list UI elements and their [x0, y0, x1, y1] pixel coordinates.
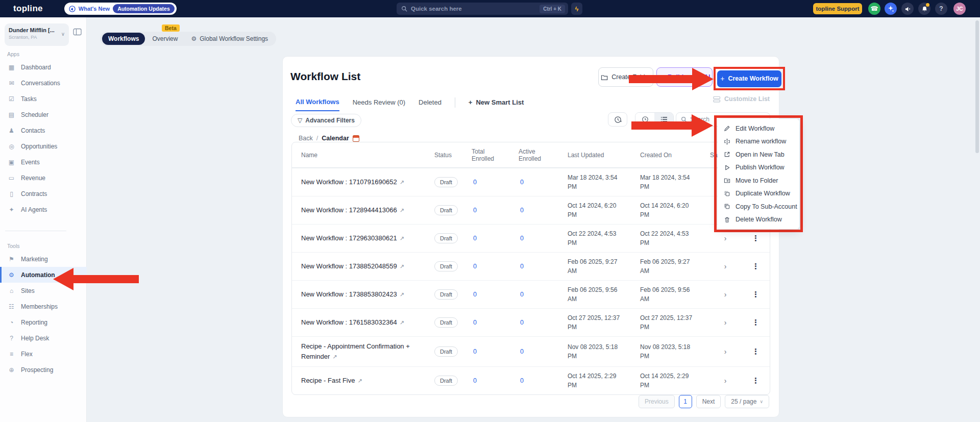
row-kebab-menu-button[interactable]: ⋮	[741, 347, 770, 356]
active-enrolled-link[interactable]: 0	[519, 235, 568, 242]
workflow-name-cell[interactable]: Recipe - Appointment Confirmation + Remi…	[292, 337, 434, 366]
row-expand-chevron[interactable]: ›	[710, 377, 741, 385]
active-enrolled-link[interactable]: 0	[519, 377, 568, 384]
menu-item-copy-to-subaccount[interactable]: Copy To Sub-Account	[718, 200, 799, 213]
ai-assistant-button[interactable]	[885, 3, 897, 15]
sidebar-item-scheduler[interactable]: ▤ Scheduler	[0, 107, 87, 122]
quick-actions-bolt-button[interactable]: ϟ	[571, 3, 582, 15]
sidebar-item-prospecting[interactable]: ⊕ Prospecting	[0, 362, 87, 378]
help-button[interactable]: ?	[935, 3, 947, 15]
notifications-button[interactable]	[918, 3, 930, 15]
workflow-name-cell[interactable]: New Workflow : 1761583032364↗	[292, 313, 434, 332]
active-enrolled-link[interactable]: 0	[519, 291, 568, 298]
external-link-icon[interactable]: ↗	[400, 263, 404, 269]
tab-needs-review[interactable]: Needs Review (0)	[353, 98, 405, 111]
whats-new-button[interactable]: What's New Automation Updates	[64, 3, 177, 15]
sidebar-item-dashboard[interactable]: ▦ Dashboard	[0, 59, 87, 75]
total-enrolled-link[interactable]: 0	[472, 348, 519, 355]
row-expand-chevron[interactable]: ›	[710, 234, 741, 242]
sidebar-item-flex[interactable]: ≡ Flex	[0, 346, 87, 362]
total-enrolled-link[interactable]: 0	[472, 377, 519, 384]
menu-item-edit-workflow[interactable]: Edit Workflow	[718, 122, 799, 135]
external-link-icon[interactable]: ↗	[400, 291, 404, 297]
external-link-icon[interactable]: ↗	[400, 235, 404, 241]
row-kebab-menu-button[interactable]: ⋮	[741, 262, 770, 271]
phone-button[interactable]: ☎	[868, 3, 880, 15]
enrollment-history-button[interactable]	[608, 112, 627, 127]
workflow-name-cell[interactable]: New Workflow : 1710791690652↗	[292, 172, 434, 192]
tab-all-workflows[interactable]: All Workflows	[296, 98, 339, 111]
menu-item-rename-workflow[interactable]: Rename workflow	[718, 135, 799, 148]
row-expand-chevron[interactable]: ›	[710, 318, 741, 327]
external-link-icon[interactable]: ↗	[400, 179, 404, 185]
advanced-filters-button[interactable]: ▽ Advanced Filters	[291, 114, 361, 127]
external-link-icon[interactable]: ↗	[357, 378, 362, 384]
menu-item-move-to-folder[interactable]: Move to Folder	[718, 174, 799, 187]
total-enrolled-link[interactable]: 0	[472, 319, 519, 326]
customize-list-button[interactable]: Customize List	[713, 95, 770, 103]
sidebar-item-memberships[interactable]: ☷ Memberships	[0, 299, 87, 314]
create-workflow-button[interactable]: + Create Workflow	[717, 70, 781, 87]
tab-overview[interactable]: Overview	[146, 33, 184, 45]
active-enrolled-link[interactable]: 0	[519, 348, 568, 355]
menu-item-delete-workflow[interactable]: Delete Workflow	[718, 213, 799, 227]
announcements-button[interactable]	[901, 3, 914, 15]
external-link-icon[interactable]: ↗	[400, 319, 404, 326]
menu-item-publish-workflow[interactable]: Publish Workflow	[718, 161, 799, 175]
sidebar-item-opportunities[interactable]: ◎ Opportunities	[0, 138, 87, 154]
external-link-icon[interactable]: ↗	[400, 207, 404, 213]
active-enrolled-link[interactable]: 0	[519, 319, 568, 326]
workflow-name-cell[interactable]: New Workflow : 1728944413066↗	[292, 201, 434, 220]
page-number-button[interactable]: 1	[679, 395, 692, 408]
total-enrolled-link[interactable]: 0	[472, 235, 519, 242]
next-page-button[interactable]: Next	[696, 395, 721, 408]
active-enrolled-link[interactable]: 0	[519, 263, 568, 270]
sidebar-item-contacts[interactable]: ♟ Contacts	[0, 122, 87, 138]
row-kebab-menu-button[interactable]: ⋮	[741, 290, 770, 299]
total-enrolled-link[interactable]: 0	[472, 179, 519, 186]
sidebar-item-contracts[interactable]: ▯ Contracts	[0, 186, 87, 202]
workflow-name-cell[interactable]: New Workflow : 1738853802423↗	[292, 285, 434, 304]
external-link-icon[interactable]: ↗	[332, 354, 337, 360]
sidebar-item-marketing[interactable]: ⚑ Marketing	[0, 251, 87, 267]
sidebar-item-tasks[interactable]: ☑ Tasks	[0, 91, 87, 107]
row-expand-chevron[interactable]: ›	[710, 262, 741, 270]
breadcrumb-back[interactable]: Back	[299, 135, 313, 142]
quick-search-input[interactable]	[411, 6, 540, 12]
active-enrolled-link[interactable]: 0	[519, 207, 568, 214]
workflow-name-cell[interactable]: New Workflow : 1729630380621↗	[292, 229, 434, 248]
active-enrolled-link[interactable]: 0	[519, 179, 568, 186]
total-enrolled-link[interactable]: 0	[472, 207, 519, 214]
sidebar-item-conversations[interactable]: ✉ Conversations	[0, 75, 87, 91]
quick-search-box[interactable]: Ctrl + K	[397, 3, 568, 15]
row-kebab-menu-button[interactable]: ⋮	[741, 376, 770, 385]
sidebar-item-help-desk[interactable]: ? Help Desk	[0, 330, 87, 346]
menu-item-duplicate-workflow[interactable]: Duplicate Workflow	[718, 187, 799, 201]
tab-workflows[interactable]: Workflows	[102, 33, 145, 45]
sidebar-item-reporting[interactable]: ◔ Reporting	[0, 314, 87, 330]
support-button[interactable]: topline Support	[813, 3, 862, 14]
collapse-sidebar-button[interactable]	[73, 28, 82, 36]
sidebar-item-ai-agents[interactable]: ✦ AI Agents	[0, 202, 87, 217]
sidebar-item-events[interactable]: ▣ Events	[0, 154, 87, 170]
sidebar-item-revenue[interactable]: ▭ Revenue	[0, 170, 87, 186]
workflow-name-cell[interactable]: Recipe - Fast Five↗	[292, 371, 434, 390]
total-enrolled-link[interactable]: 0	[472, 291, 519, 298]
row-kebab-menu-button[interactable]: ⋮	[741, 318, 770, 327]
total-enrolled-link[interactable]: 0	[472, 263, 519, 270]
scrollbar-thumb[interactable]	[975, 20, 979, 153]
row-expand-chevron[interactable]: ›	[710, 290, 741, 299]
workflow-name-cell[interactable]: New Workflow : 1738852048559↗	[292, 257, 434, 276]
page-scrollbar[interactable]	[975, 20, 979, 418]
tab-deleted[interactable]: Deleted	[419, 98, 442, 111]
previous-page-button[interactable]: Previous	[639, 395, 675, 408]
row-expand-chevron[interactable]: ›	[710, 347, 741, 356]
sidebar-item-sites[interactable]: ⌂ Sites	[0, 283, 87, 299]
row-kebab-menu-button[interactable]: ⋮	[741, 234, 770, 243]
tab-global-workflow-settings[interactable]: ⚙ Global Workflow Settings	[185, 33, 274, 45]
account-switcher[interactable]: Dunder Mifflin [... Scranton, PA ∨	[5, 23, 69, 46]
menu-item-open-new-tab[interactable]: Open in New Tab	[718, 148, 799, 161]
user-avatar[interactable]: JC	[953, 3, 966, 15]
page-size-select[interactable]: 25 / page ∨	[725, 395, 769, 408]
new-smart-list-button[interactable]: + New Smart List	[469, 98, 524, 111]
